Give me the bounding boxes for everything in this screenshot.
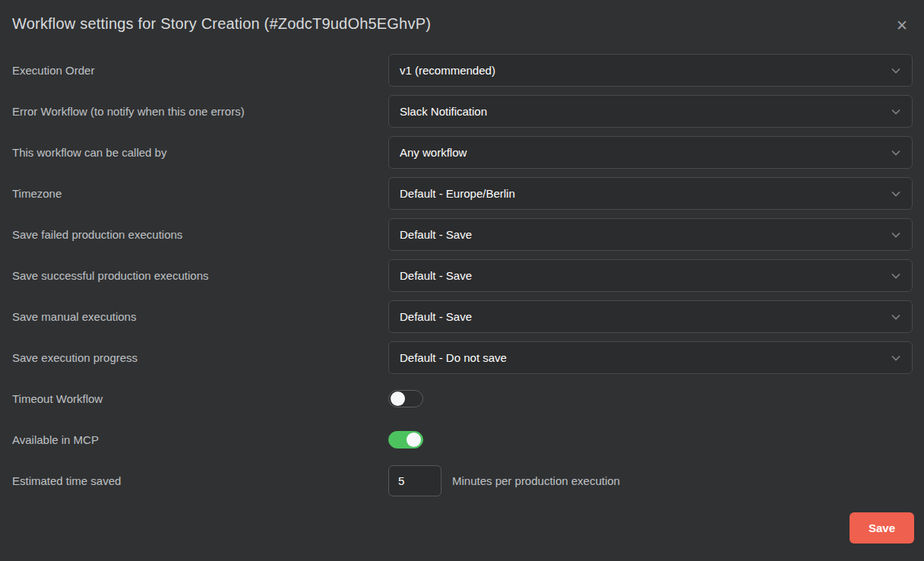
select-value: Default - Save: [400, 228, 472, 241]
settings-row: Save successful production executions De…: [12, 259, 913, 292]
settings-rows: Execution Order v1 (recommended) Error W…: [12, 54, 913, 506]
select-value: v1 (recommended): [400, 64, 495, 77]
settings-row: Save execution progress Default - Do not…: [12, 341, 913, 374]
select-value: Default - Do not save: [400, 351, 507, 364]
settings-row: Save manual executions Default - Save: [12, 300, 913, 333]
select-value: Default - Europe/Berlin: [400, 187, 515, 200]
timeout-workflow-toggle[interactable]: [388, 390, 423, 407]
select-value: Slack Notification: [400, 105, 487, 118]
chevron-down-icon: [891, 65, 901, 76]
time-saved-suffix: Minutes per production execution: [452, 474, 620, 487]
chevron-down-icon: [891, 147, 901, 158]
execution-order-select[interactable]: v1 (recommended): [388, 54, 913, 87]
save-progress-select[interactable]: Default - Do not save: [388, 341, 913, 374]
time-saved-input[interactable]: [388, 465, 441, 496]
save-success-select[interactable]: Default - Save: [388, 259, 913, 292]
save-button[interactable]: Save: [850, 512, 914, 544]
settings-row: Timeout Workflow: [12, 382, 913, 415]
chevron-down-icon: [891, 106, 901, 117]
called-by-label: This workflow can be called by: [12, 146, 388, 159]
settings-row: Save failed production executions Defaul…: [12, 218, 913, 251]
timeout-workflow-label: Timeout Workflow: [12, 392, 388, 405]
settings-row: This workflow can be called by Any workf…: [12, 136, 913, 169]
execution-order-label: Execution Order: [12, 64, 388, 77]
select-value: Any workflow: [400, 146, 467, 159]
modal-footer: Save: [850, 512, 914, 544]
save-manual-select[interactable]: Default - Save: [388, 300, 913, 333]
toggle-knob: [407, 433, 421, 447]
error-workflow-select[interactable]: Slack Notification: [388, 95, 913, 128]
settings-row: Execution Order v1 (recommended): [12, 54, 913, 87]
settings-row: Available in MCP: [12, 423, 913, 456]
modal-header: Workflow settings for Story Creation (#Z…: [12, 15, 913, 34]
toggle-knob: [391, 391, 405, 406]
close-icon[interactable]: ✕: [891, 17, 913, 34]
timezone-select[interactable]: Default - Europe/Berlin: [388, 177, 913, 210]
called-by-select[interactable]: Any workflow: [388, 136, 913, 169]
modal-title: Workflow settings for Story Creation (#Z…: [12, 15, 431, 33]
settings-row: Timezone Default - Europe/Berlin: [12, 177, 913, 210]
chevron-down-icon: [891, 271, 901, 281]
settings-row: Estimated time saved Minutes per product…: [12, 464, 913, 497]
select-value: Default - Save: [400, 310, 472, 323]
available-in-mcp-toggle[interactable]: [388, 431, 423, 448]
save-failed-select[interactable]: Default - Save: [388, 218, 913, 251]
available-in-mcp-label: Available in MCP: [12, 433, 388, 446]
timezone-label: Timezone: [12, 187, 388, 200]
save-failed-label: Save failed production executions: [12, 228, 388, 241]
estimated-time-saved-label: Estimated time saved: [12, 474, 388, 487]
save-success-label: Save successful production executions: [12, 269, 388, 282]
settings-row: Error Workflow (to notify when this one …: [12, 95, 913, 128]
select-value: Default - Save: [400, 269, 472, 282]
save-progress-label: Save execution progress: [12, 351, 388, 364]
chevron-down-icon: [891, 353, 901, 363]
error-workflow-label: Error Workflow (to notify when this one …: [12, 105, 388, 118]
chevron-down-icon: [891, 230, 901, 240]
save-manual-label: Save manual executions: [12, 310, 388, 323]
workflow-settings-modal: Workflow settings for Story Creation (#Z…: [0, 0, 924, 561]
chevron-down-icon: [891, 189, 901, 199]
chevron-down-icon: [891, 312, 901, 322]
